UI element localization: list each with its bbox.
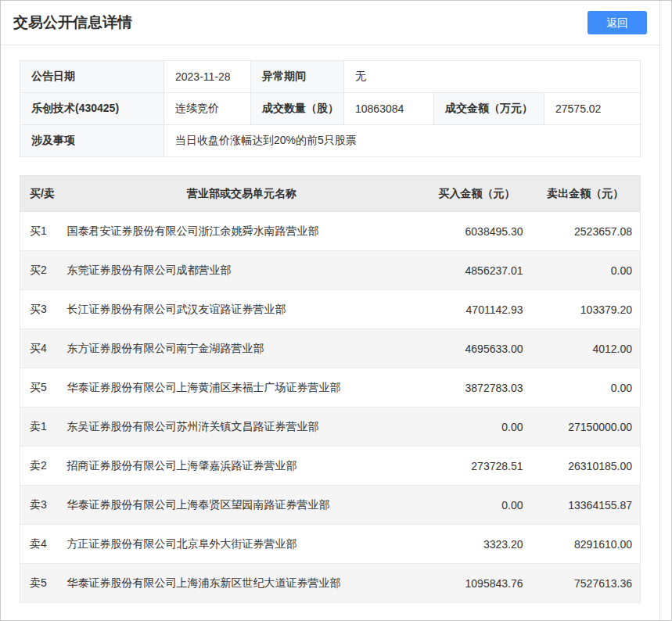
cell-side: 买2	[20, 251, 61, 290]
cell-side: 买3	[20, 290, 61, 329]
trade-mode-value: 连续竞价	[164, 93, 251, 125]
cell-sell: 8291610.00	[531, 525, 641, 564]
cell-name: 招商证券股份有限公司上海肇嘉浜路证券营业部	[61, 447, 423, 486]
col-header-sell-amount: 卖出金额（元）	[531, 176, 641, 212]
col-header-name: 营业部或交易单元名称	[61, 176, 423, 212]
table-row: 卖3华泰证券股份有限公司上海奉贤区望园南路证券营业部0.0013364155.8…	[20, 486, 641, 525]
page-title: 交易公开信息详情	[13, 13, 132, 33]
table-row: 卖4方正证券股份有限公司北京阜外大街证券营业部3323.208291610.00	[20, 525, 641, 564]
content: 公告日期 2023-11-28 异常期间 无 乐创技术(430425) 连续竞价…	[1, 45, 659, 621]
summary-table: 公告日期 2023-11-28 异常期间 无 乐创技术(430425) 连续竞价…	[20, 60, 641, 157]
cell-side: 买4	[20, 329, 61, 368]
trade-table-body: 买1国泰君安证券股份有限公司浙江余姚舜水南路营业部6038495.3025236…	[20, 212, 641, 603]
stock-name: 乐创技术(430425)	[20, 93, 164, 125]
table-row: 卖5华泰证券股份有限公司上海浦东新区世纪大道证券营业部1095843.76752…	[20, 564, 641, 603]
table-row: 买2东莞证券股份有限公司成都营业部4856237.010.00	[20, 251, 641, 290]
abnormal-period-value: 无	[344, 61, 641, 93]
trade-table: 买/卖 营业部或交易单元名称 买入金额（元） 卖出金额（元） 买1国泰君安证券股…	[20, 175, 641, 603]
cell-buy: 4701142.93	[423, 290, 531, 329]
cell-sell: 4012.00	[531, 329, 641, 368]
cell-buy: 1095843.76	[423, 564, 531, 603]
table-row: 卖1东吴证券股份有限公司苏州浒关镇文昌路证券营业部0.0027150000.00	[20, 407, 641, 447]
page-header: 交易公开信息详情 返回	[1, 1, 659, 45]
cell-buy: 4695633.00	[423, 329, 531, 368]
cell-buy: 6038495.30	[423, 212, 531, 251]
cell-side: 买1	[20, 212, 61, 251]
col-header-side: 买/卖	[20, 176, 61, 212]
amount-label: 成交金额（万元）	[434, 93, 544, 125]
cell-name: 华泰证券股份有限公司上海黄浦区来福士广场证券营业部	[61, 368, 423, 407]
announce-date-value: 2023-11-28	[164, 61, 251, 93]
table-row: 买3长江证券股份有限公司武汉友谊路证券营业部4701142.93103379.2…	[20, 290, 641, 329]
cell-sell: 13364155.87	[531, 486, 641, 525]
cell-side: 卖3	[20, 486, 61, 525]
summary-row-matter: 涉及事项 当日收盘价涨幅达到20%的前5只股票	[20, 125, 641, 157]
cell-side: 卖4	[20, 525, 61, 564]
cell-name: 华泰证券股份有限公司上海奉贤区望园南路证券营业部	[61, 486, 423, 525]
back-button[interactable]: 返回	[588, 11, 647, 34]
cell-sell: 0.00	[531, 368, 641, 407]
summary-row-date: 公告日期 2023-11-28 异常期间 无	[20, 61, 641, 93]
table-row: 买4东方证券股份有限公司南宁金湖路营业部4695633.004012.00	[20, 329, 641, 368]
cell-sell: 0.00	[531, 251, 641, 290]
cell-buy: 4856237.01	[423, 251, 531, 290]
cell-buy: 3323.20	[423, 525, 531, 564]
table-row: 买1国泰君安证券股份有限公司浙江余姚舜水南路营业部6038495.3025236…	[20, 212, 641, 251]
volume-value: 10863084	[344, 93, 434, 125]
col-header-buy-amount: 买入金额（元）	[423, 176, 531, 212]
matter-label: 涉及事项	[20, 125, 164, 157]
cell-buy: 3872783.03	[423, 368, 531, 407]
cell-name: 长江证券股份有限公司武汉友谊路证券营业部	[61, 290, 423, 329]
table-row: 买5华泰证券股份有限公司上海黄浦区来福士广场证券营业部3872783.030.0…	[20, 368, 641, 407]
cell-name: 东吴证券股份有限公司苏州浒关镇文昌路证券营业部	[61, 407, 423, 447]
page-main: 交易公开信息详情 返回 公告日期 2023-11-28 异常期间	[1, 1, 659, 620]
trade-table-header: 买/卖 营业部或交易单元名称 买入金额（元） 卖出金额（元）	[20, 176, 641, 212]
volume-label: 成交数量（股）	[251, 93, 344, 125]
cell-sell: 7527613.36	[531, 564, 641, 603]
abnormal-period-label: 异常期间	[251, 61, 344, 93]
cell-side: 买5	[20, 368, 61, 407]
cell-side: 卖2	[20, 447, 61, 486]
table-row: 卖2招商证券股份有限公司上海肇嘉浜路证券营业部273728.5126310185…	[20, 447, 641, 486]
cell-sell: 26310185.00	[531, 447, 641, 486]
amount-value: 27575.02	[544, 93, 641, 125]
cell-buy: 273728.51	[423, 447, 531, 486]
cell-buy: 0.00	[423, 486, 531, 525]
matter-value: 当日收盘价涨幅达到20%的前5只股票	[164, 125, 641, 157]
cell-side: 卖1	[20, 407, 61, 447]
page: 交易公开信息详情 返回 公告日期 2023-11-28 异常期间	[1, 1, 671, 620]
cell-sell: 2523657.08	[531, 212, 641, 251]
cell-side: 卖5	[20, 564, 61, 603]
cell-name: 国泰君安证券股份有限公司浙江余姚舜水南路营业部	[61, 212, 423, 251]
cell-name: 东莞证券股份有限公司成都营业部	[61, 251, 423, 290]
scrollbar-track[interactable]	[659, 1, 671, 620]
cell-name: 方正证券股份有限公司北京阜外大街证券营业部	[61, 525, 423, 564]
announce-date-label: 公告日期	[20, 61, 164, 93]
cell-buy: 0.00	[423, 407, 531, 447]
cell-name: 东方证券股份有限公司南宁金湖路营业部	[61, 329, 423, 368]
cell-sell: 103379.20	[531, 290, 641, 329]
cell-name: 华泰证券股份有限公司上海浦东新区世纪大道证券营业部	[61, 564, 423, 603]
summary-row-stock: 乐创技术(430425) 连续竞价 成交数量（股） 10863084 成交金额（…	[20, 93, 641, 125]
cell-sell: 27150000.00	[531, 407, 641, 447]
